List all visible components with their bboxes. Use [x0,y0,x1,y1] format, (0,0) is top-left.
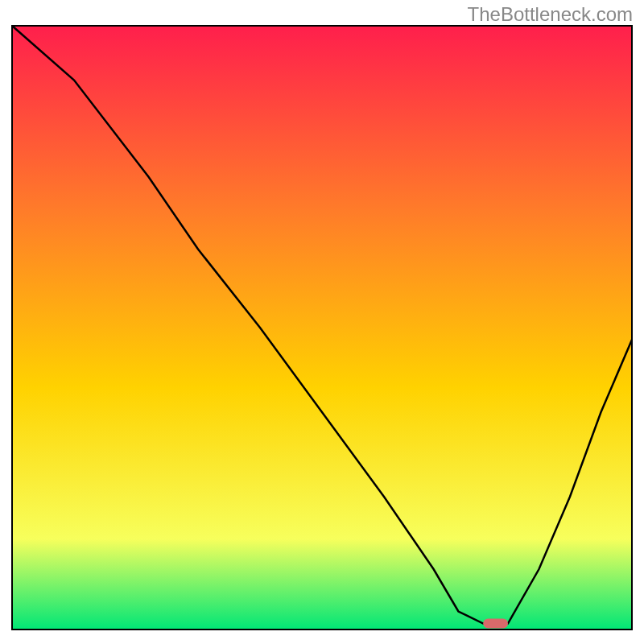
watermark-text: TheBottleneck.com [468,3,633,26]
bottleneck-chart [0,0,644,644]
optimum-marker [483,619,508,629]
plot-background [12,26,632,630]
chart-container: TheBottleneck.com [0,0,644,644]
